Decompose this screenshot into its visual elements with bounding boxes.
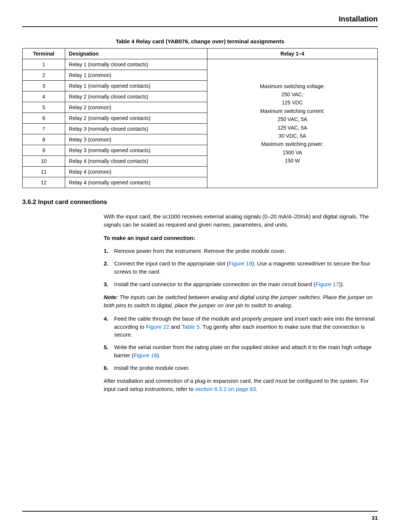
step-text: Remove power from the instrument. Remove… <box>114 248 286 254</box>
step-text: Install the card connector to the approp… <box>114 281 316 287</box>
cell-terminal: 5 <box>23 102 65 113</box>
cell-terminal: 12 <box>23 177 65 188</box>
cell-designation: Relay 3 (normally closed contacts) <box>65 124 207 134</box>
step-text: and <box>169 324 181 330</box>
step-item: Feed the cable through the base of the m… <box>104 315 378 339</box>
note-paragraph: Note: The inputs can be switched between… <box>104 293 378 310</box>
cell-designation: Relay 4 (normally opened contacts) <box>65 177 207 188</box>
note-label: Note: <box>104 294 118 300</box>
relay-line: 125 VDC <box>211 98 374 107</box>
cell-designation: Relay 1 (normally closed contacts) <box>65 59 207 70</box>
cell-designation: Relay 2 (normally opened contacts) <box>65 113 207 124</box>
step-text: Connect the input card to the appropriat… <box>114 260 229 267</box>
relay-line: 30 VDC, 5A <box>211 132 374 140</box>
cell-designation: Relay 3 (normally opened contacts) <box>65 145 207 156</box>
table-row: 1 Relay 1 (normally closed contacts) Max… <box>23 59 378 70</box>
relay-table: Terminal Designation Relay 1–4 1 Relay 1… <box>22 48 378 188</box>
cell-terminal: 9 <box>23 145 65 156</box>
steps-list-1: Remove power from the instrument. Remove… <box>104 247 378 288</box>
cell-terminal: 8 <box>23 134 65 145</box>
relay-line: Maximum switching power: <box>211 140 374 148</box>
table-caption: Table 4 Relay card (YAB076, change over)… <box>22 38 378 44</box>
step-text: )). <box>339 281 344 287</box>
cell-relay-spec: Maximum switching voltage: 250 VAC; 125 … <box>207 59 377 188</box>
step-item: Remove power from the instrument. Remove… <box>104 247 378 255</box>
step-text: Install the probe module cover. <box>114 365 190 371</box>
sub-heading: To make an input card connection: <box>104 234 378 242</box>
cell-terminal: 6 <box>23 113 65 124</box>
relay-line: 250 VAC; <box>211 90 374 98</box>
page-number: 31 <box>371 515 378 521</box>
step-item: Install the probe module cover. <box>104 364 378 372</box>
step-text: ). <box>157 352 160 358</box>
table-link[interactable]: Table 5 <box>181 324 199 330</box>
cell-designation: Relay 2 (normally closed contacts) <box>65 91 207 102</box>
relay-line: 125 VAC, 5A <box>211 124 374 132</box>
th-relay: Relay 1–4 <box>207 48 377 59</box>
cell-designation: Relay 1 (common) <box>65 70 207 81</box>
outro-paragraph: After installation and connection of a p… <box>104 377 378 393</box>
figure-link[interactable]: Figure 22 <box>146 324 169 330</box>
step-item: Install the card connector to the approp… <box>104 280 378 288</box>
relay-line: 250 VAC, 5A <box>211 115 374 123</box>
cell-terminal: 1 <box>23 59 65 70</box>
cell-terminal: 3 <box>23 81 65 91</box>
cell-terminal: 7 <box>23 124 65 134</box>
cell-designation: Relay 3 (common) <box>65 134 207 145</box>
section-heading: 3.6.2 Input card connections <box>22 198 378 206</box>
relay-line: Maximum switching voltage: <box>211 82 374 90</box>
cell-designation: Relay 4 (normally closed contacts) <box>65 156 207 167</box>
section-link[interactable]: section 6.3.2 on page 83 <box>195 386 256 392</box>
figure-link[interactable]: Figure 18 <box>134 352 157 358</box>
cell-terminal: 2 <box>23 70 65 81</box>
cell-terminal: 10 <box>23 156 65 167</box>
table-header-row: Terminal Designation Relay 1–4 <box>23 48 378 59</box>
step-item: Write the serial number from the rating … <box>104 343 378 359</box>
relay-line: 150 W <box>211 157 374 165</box>
outro-text: . <box>256 386 257 392</box>
th-designation: Designation <box>65 48 207 59</box>
relay-line: 1500 VA <box>211 148 374 157</box>
cell-designation: Relay 2 (common) <box>65 102 207 113</box>
figure-link[interactable]: Figure 17 <box>316 281 339 287</box>
figure-link[interactable]: Figure 18 <box>229 260 252 267</box>
note-body: The inputs can be switched between analo… <box>104 294 372 308</box>
relay-line: Maximum switching current: <box>211 107 374 115</box>
steps-list-2: Feed the cable through the base of the m… <box>104 315 378 372</box>
cell-designation: Relay 4 (common) <box>65 167 207 177</box>
cell-terminal: 4 <box>23 91 65 102</box>
th-terminal: Terminal <box>23 48 65 59</box>
cell-designation: Relay 1 (normally opened contacts) <box>65 81 207 91</box>
section-header: Installation <box>22 15 378 27</box>
intro-paragraph: With the input card, the sc1000 receives… <box>104 213 378 229</box>
page-footer: 31 <box>22 511 378 521</box>
cell-terminal: 11 <box>23 167 65 177</box>
step-item: Connect the input card to the appropriat… <box>104 260 378 276</box>
